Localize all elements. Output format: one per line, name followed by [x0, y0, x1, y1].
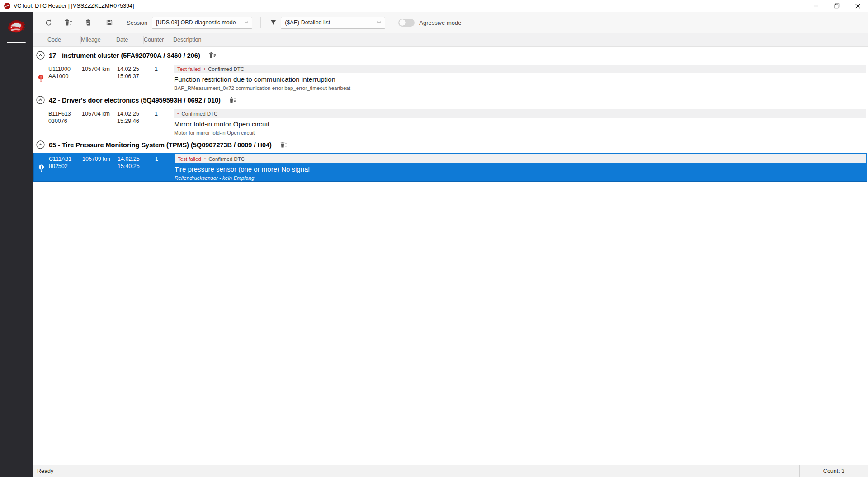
dtc-row[interactable]: B11F613 030076 105704 km 14.02.25 15:29:…	[33, 108, 867, 135]
chevron-down-icon	[244, 21, 248, 24]
clear-group-dtc-button[interactable]	[280, 141, 288, 148]
filter-dropdown-value: ($AE) Detailed list	[285, 19, 373, 26]
dtc-time: 15:40:25	[118, 163, 145, 170]
save-button[interactable]	[103, 16, 116, 29]
status-bullet: •	[204, 65, 206, 73]
dtc-code: B11F613	[48, 110, 82, 117]
status-confirmed: Confirmed DTC	[208, 155, 245, 163]
toolbar-separator	[99, 17, 99, 28]
dtc-code: U111000	[48, 65, 82, 73]
dtc-date: 14.02.25	[117, 110, 145, 117]
ecu-group-header: 17 - instrument cluster (5FA920790A / 34…	[33, 49, 868, 61]
column-header-code: Code	[47, 36, 81, 44]
ecu-group-title: 17 - instrument cluster (5FA920790A / 34…	[49, 52, 200, 59]
dtc-counter: 1	[145, 153, 175, 182]
sidebar	[0, 12, 33, 477]
ecu-group-title: 42 - Driver's door electronics (5Q495959…	[49, 97, 221, 104]
toolbar-separator	[260, 17, 261, 28]
dtc-row[interactable]: C111A31 802502 105709 km 14.02.25 15:40:…	[33, 153, 867, 182]
status-test-failed: Test failed	[177, 65, 201, 73]
column-header-mileage: Mileage	[81, 36, 116, 44]
clear-selected-dtc-button[interactable]	[81, 16, 95, 29]
dtc-time: 15:06:37	[117, 73, 145, 80]
toolbar: Session [UDS 03] OBD-diagnostic mode ($A…	[33, 12, 868, 33]
statusbar: Ready Count: 3	[33, 465, 868, 477]
dtc-mileage: 105704 km	[82, 108, 117, 136]
ecu-group-header: 65 - Tire Pressure Monitoring System (TP…	[33, 139, 868, 151]
dtc-title: Tire pressure sensor (one or more) No si…	[175, 166, 866, 173]
chevron-down-icon	[377, 21, 381, 24]
dtc-code: C111A31	[49, 155, 82, 163]
dtc-status-strip: • Confirmed DTC	[174, 109, 866, 118]
dtc-title: Function restriction due to communicatio…	[174, 76, 866, 83]
collapse-chevron-up-icon[interactable]	[36, 140, 45, 149]
dtc-status-strip: Test failed • Confirmed DTC	[175, 154, 866, 163]
dtc-warning-bulb-icon	[38, 164, 44, 172]
dtc-date: 14.02.25	[118, 155, 145, 163]
app-logo-icon	[4, 2, 11, 9]
restore-button[interactable]	[826, 0, 847, 12]
dtc-subcode: 802502	[49, 163, 82, 170]
dtc-counter: 1	[145, 108, 174, 136]
ecu-group-title: 65 - Tire Pressure Monitoring System (TP…	[49, 141, 272, 149]
clear-group-dtc-button[interactable]	[229, 97, 236, 103]
dtc-mileage: 105704 km	[82, 63, 117, 92]
dtc-date: 14.02.25	[117, 65, 145, 73]
dtc-status-strip: Test failed • Confirmed DTC	[174, 65, 866, 73]
column-header-date: Date	[116, 36, 144, 44]
dtc-counter: 1	[145, 63, 174, 92]
ecu-group-header: 42 - Driver's door electronics (5Q495959…	[33, 94, 868, 106]
list-column-headers: Code Mileage Date Counter Description	[33, 33, 868, 47]
close-button[interactable]	[847, 0, 868, 12]
status-bullet: •	[204, 155, 206, 163]
column-header-description: Description	[173, 36, 868, 44]
toolbar-separator	[392, 17, 392, 28]
toolbar-separator	[120, 17, 120, 28]
toggle-knob	[399, 19, 406, 26]
session-label: Session	[127, 19, 147, 26]
collapse-chevron-up-icon[interactable]	[36, 51, 45, 60]
refresh-button[interactable]	[42, 16, 55, 29]
clear-all-dtc-button[interactable]	[61, 16, 75, 29]
status-test-failed: Test failed	[178, 155, 201, 163]
dtc-subcode: 030076	[48, 117, 82, 125]
titlebar: VCTool: DTC Reader | [VSSZZZKLZMR075394]	[0, 0, 868, 12]
dtc-count: Count: 3	[800, 468, 868, 474]
status-confirmed: Confirmed DTC	[208, 65, 244, 73]
brand-car-logo-icon	[5, 18, 28, 38]
aggressive-mode-toggle[interactable]	[398, 19, 415, 27]
status-bullet: •	[177, 110, 179, 117]
aggressive-mode-label: Agressive mode	[419, 19, 461, 26]
session-dropdown-value: [UDS 03] OBD-diagnostic mode	[156, 19, 240, 26]
dtc-mileage: 105709 km	[82, 153, 118, 182]
filter-dropdown[interactable]: ($AE) Detailed list	[281, 17, 385, 29]
dtc-subtitle: Motor for mirror fold-in Open circuit	[174, 129, 866, 136]
dtc-title: Mirror fold-in motor Open circuit	[174, 121, 866, 128]
dtc-subtitle: Reifendrucksensor - kein Empfang	[175, 174, 866, 182]
logo-underline	[7, 42, 26, 43]
clear-group-dtc-button[interactable]	[208, 52, 216, 59]
dtc-warning-bulb-icon	[38, 75, 44, 82]
column-header-counter: Counter	[144, 36, 173, 44]
window-title: VCTool: DTC Reader | [VSSZZZKLZMR075394]	[14, 3, 134, 9]
dtc-subcode: AA1000	[48, 73, 82, 80]
dtc-row[interactable]: U111000 AA1000 105704 km 14.02.25 15:06:…	[33, 63, 867, 90]
session-dropdown[interactable]: [UDS 03] OBD-diagnostic mode	[152, 17, 252, 29]
status-confirmed: Confirmed DTC	[182, 110, 218, 117]
minimize-button[interactable]	[806, 0, 826, 12]
collapse-chevron-up-icon[interactable]	[36, 96, 45, 104]
dtc-subtitle: BAP_RMeasurment_0x72 communication error…	[174, 84, 866, 92]
dtc-list: 17 - instrument cluster (5FA920790A / 34…	[33, 47, 868, 465]
dtc-time: 15:29:46	[117, 117, 145, 125]
filter-icon	[268, 16, 278, 29]
status-text: Ready	[33, 468, 53, 474]
column-icon-spacer	[33, 36, 47, 44]
